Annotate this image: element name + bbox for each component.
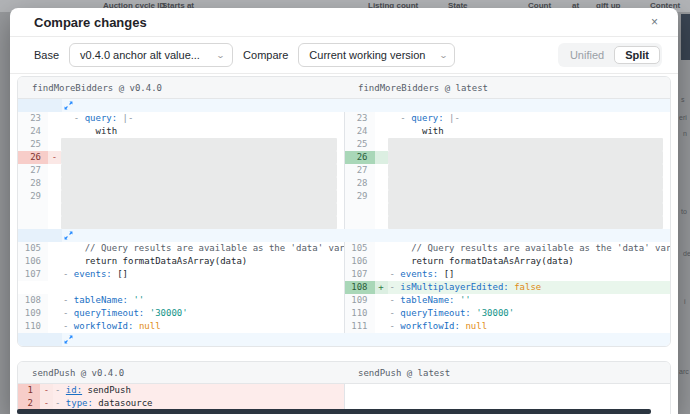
code-token [390,256,412,266]
expand-context-row[interactable] [18,99,670,112]
diff-marker [48,268,61,281]
diff-marker [48,164,61,177]
code-line: - isMultiplayerEdited: false [388,281,671,294]
line-number: 1 [18,384,40,397]
base-version-select[interactable]: v0.4.0 anchor alt value... ⌄ [69,43,233,67]
code-line: with [61,125,344,138]
code-token: queryTimeout: [400,308,470,318]
diff-line-row: 108- tableName: ''109- tableName: '' [18,294,670,307]
background-text-fragment: eri [679,114,687,121]
line-number: 107 [345,268,375,281]
code-token: - [74,113,85,123]
code-line: - id: sendPush [53,384,344,397]
line-number: 27 [345,164,375,177]
diff-marker [48,190,61,203]
expand-diff-icon[interactable] [64,231,73,240]
code-token: - [63,269,74,279]
background-text-fragment: arc [679,368,689,375]
line-number [18,216,48,229]
diff-left-cell: 26- [18,151,344,164]
code-token: type: [66,398,93,408]
code-token [63,126,96,136]
diff-marker [375,164,388,177]
code-token: with [422,126,444,136]
line-number: 29 [18,190,48,203]
unified-view-button[interactable]: Unified [560,47,614,63]
line-number [345,384,367,397]
compare-changes-modal: Compare changes × Base v0.4.0 anchor alt… [10,8,678,414]
line-number: 25 [18,138,48,151]
code-line: - tableName: '' [61,294,344,307]
expand-context-row[interactable] [18,229,670,242]
diff-marker [375,307,388,320]
line-number: 23 [18,112,48,125]
compare-version-select[interactable]: Current working version ⌄ [298,43,455,67]
diff-right-cell: 28 [344,177,671,190]
expand-context-row[interactable] [18,333,670,346]
code-line: // Query results are available as the 'd… [388,242,671,255]
code-token: - [390,282,401,292]
diff-right-cell: 111- workflowId: null [344,320,671,333]
line-number: 105 [18,242,48,255]
code-token: return formatDataAsArray(data) [411,256,574,266]
diff-left-cell [18,281,344,294]
base-version-value: v0.4.0 anchor alt value... [80,49,200,61]
diff-marker: - [48,151,61,164]
redacted-code-block [61,190,337,203]
split-view-button[interactable]: Split [614,46,660,64]
diff-line-row: 2929 [18,190,670,203]
code-token: - [63,295,74,305]
background-text-fragment: s [681,96,685,103]
code-token [390,113,401,123]
line-number: 23 [345,112,375,125]
compare-version-value: Current working version [309,49,425,61]
code-line: - events: [] [388,268,671,281]
modal-header: Compare changes × [10,8,678,36]
view-mode-segmented-control: Unified Split [558,43,662,67]
expand-diff-icon[interactable] [64,101,73,110]
diff-line-row: 106 return formatDataAsArray(data)106 re… [18,255,670,268]
code-token: - [63,308,74,318]
diff-marker [48,281,61,294]
code-token: - [390,269,401,279]
code-line: - queryTimeout: '30000' [61,307,344,320]
diff-left-cell: 107- events: [] [18,268,344,281]
diff-right-cell [344,203,671,216]
horizontal-scrollbar[interactable] [17,409,651,414]
diff-marker [48,138,61,151]
expand-gutter [18,99,62,112]
code-token: - [55,398,66,408]
line-number [18,203,48,216]
background-text-fragment: i [684,298,686,305]
code-line: // Query results are available as the 'd… [61,242,344,255]
code-line [61,281,344,294]
diff-right-cell: 110- queryTimeout: '30000' [344,307,671,320]
line-number: 106 [18,255,48,268]
expand-diff-icon[interactable] [64,335,73,344]
diff-marker [48,125,61,138]
code-token: - [55,385,66,395]
code-line: - workflowId: null [61,320,344,333]
diff-line-row: 24 with24 with [18,125,670,138]
diff-line-row: 23 - query: |-23 - query: |- [18,112,670,125]
close-icon[interactable]: × [647,14,662,30]
redacted-code-block [388,151,664,164]
diff-right-cell: 23 - query: |- [344,112,671,125]
diff-right-cell: 109- tableName: '' [344,294,671,307]
redacted-code-block [388,190,664,203]
code-token: null [139,321,161,331]
code-token: false [514,282,541,292]
code-line: - events: [] [61,268,344,281]
line-number: 110 [18,320,48,333]
diff-left-cell: 29 [18,190,344,203]
code-token [63,256,85,266]
redacted-code-block [388,177,664,190]
diff-line-row: 108+- isMultiplayerEdited: false [18,281,670,294]
code-line: - query: |- [61,112,344,125]
screen: Auction cycle IDStarts atListing countSt… [0,0,690,414]
diff-title-right: findMoreBidders @ latest [344,83,670,93]
code-token: tableName: [400,295,454,305]
code-token: - [390,321,401,331]
redacted-code-block [61,164,337,177]
diff-title-left: findMoreBidders @ v0.4.0 [18,83,344,93]
